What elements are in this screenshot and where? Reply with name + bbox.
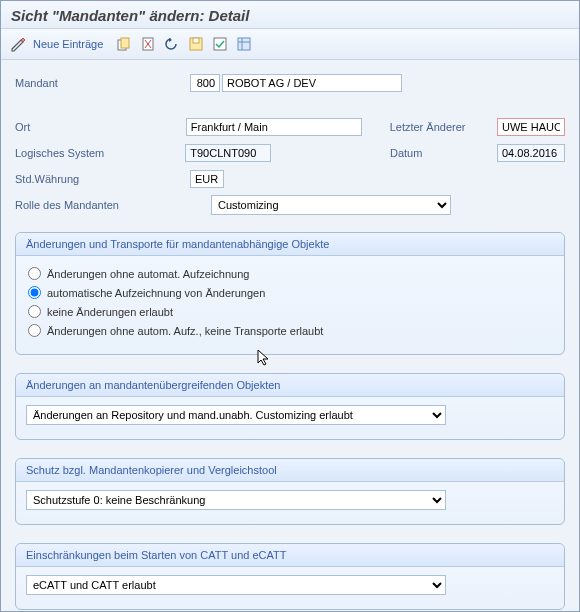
label-mandant: Mandant <box>15 77 190 89</box>
toolbar: Neue Einträge <box>1 29 579 60</box>
sap-window: Sicht "Mandanten" ändern: Detail Neue Ei… <box>0 0 580 612</box>
select-protection[interactable]: Schutzstufe 0: keine Beschränkung <box>26 490 446 510</box>
group-protection: Schutz bzgl. Mandantenkopierer und Vergl… <box>15 458 565 525</box>
input-stdwaehrung[interactable] <box>190 170 224 188</box>
input-ort[interactable] <box>186 118 362 136</box>
label-ort: Ort <box>15 121 186 133</box>
group-cross-client: Änderungen an mandantenübergreifenden Ob… <box>15 373 565 440</box>
group-title-4: Einschränkungen beim Starten von CATT un… <box>16 544 564 567</box>
group-title-2: Änderungen an mandantenübergreifenden Ob… <box>16 374 564 397</box>
group-catt: Einschränkungen beim Starten von CATT un… <box>15 543 565 610</box>
copy-icon[interactable] <box>115 35 133 53</box>
label-logsys: Logisches System <box>15 147 185 159</box>
window-title: Sicht "Mandanten" ändern: Detail <box>1 1 579 29</box>
group-title-3: Schutz bzgl. Mandantenkopierer und Vergl… <box>16 459 564 482</box>
input-date <box>497 144 565 162</box>
save-icon[interactable] <box>187 35 205 53</box>
label-last-changer: Letzter Änderer <box>390 121 497 133</box>
toggle-display-change-icon[interactable] <box>9 35 27 53</box>
radio-opt-1[interactable]: automatische Aufzeichnung von Änderungen <box>26 283 554 302</box>
group-changes-transports: Änderungen und Transporte für mandantena… <box>15 232 565 355</box>
radio-opt-3[interactable]: Änderungen ohne autom. Aufz., keine Tran… <box>26 321 554 340</box>
svg-rect-1 <box>121 38 129 48</box>
select-catt[interactable]: eCATT und CATT erlaubt <box>26 575 446 595</box>
new-entries-button[interactable]: Neue Einträge <box>33 38 103 50</box>
input-mandant-nr[interactable] <box>190 74 220 92</box>
input-mandant-name[interactable] <box>222 74 402 92</box>
input-last-changer[interactable] <box>497 118 565 136</box>
svg-rect-7 <box>214 38 226 50</box>
delete-icon[interactable] <box>139 35 157 53</box>
table-settings-icon[interactable] <box>235 35 253 53</box>
svg-rect-6 <box>193 38 199 43</box>
select-rolle[interactable]: Customizing <box>211 195 451 215</box>
select-cross-client[interactable]: Änderungen an Repository und mand.unabh.… <box>26 405 446 425</box>
label-stdwaehrung: Std.Währung <box>15 173 190 185</box>
label-rolle: Rolle des Mandanten <box>15 199 211 211</box>
group-title-1: Änderungen und Transporte für mandantena… <box>16 233 564 256</box>
radio-opt-2[interactable]: keine Änderungen erlaubt <box>26 302 554 321</box>
undo-icon[interactable] <box>163 35 181 53</box>
select-icon[interactable] <box>211 35 229 53</box>
label-date: Datum <box>390 147 497 159</box>
input-logsys[interactable] <box>185 144 271 162</box>
radio-opt-0[interactable]: Änderungen ohne automat. Aufzeichnung <box>26 264 554 283</box>
svg-rect-8 <box>238 38 250 50</box>
content-area: Mandant Ort Letzter Änderer Logisches Sy… <box>1 60 579 612</box>
